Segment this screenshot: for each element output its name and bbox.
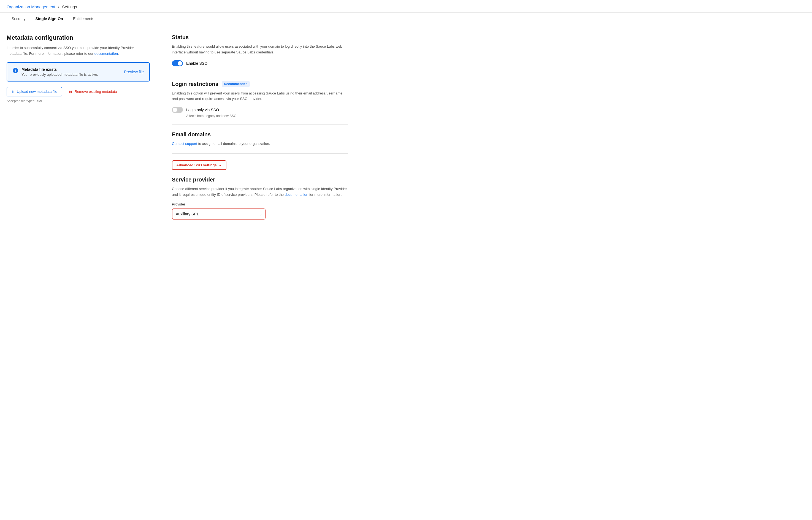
metadata-file-title: Metadata file exists <box>22 67 98 72</box>
left-panel: Metadata configuration In order to succe… <box>7 34 150 219</box>
login-only-sso-slider <box>172 107 183 113</box>
metadata-file-box: i Metadata file exists Your previously u… <box>7 62 150 81</box>
right-panel: Status Enabling this feature would allow… <box>172 34 348 219</box>
divider-1 <box>172 74 348 74</box>
email-domains-title: Email domains <box>172 131 348 138</box>
login-only-sso-row: Login only via SSO Affects both Legacy a… <box>172 107 348 118</box>
email-domains-suffix: to assign email domains to your organiza… <box>198 141 270 146</box>
breadcrumb: Organization Management / Settings <box>0 0 812 13</box>
breadcrumb-current: Settings <box>62 4 77 9</box>
tabs-container: Security Single Sign-On Entitlements <box>0 13 812 25</box>
recommended-badge: Recommended <box>222 81 250 87</box>
service-provider-description: Choose different service provider if you… <box>172 186 348 198</box>
org-management-link[interactable]: Organization Management <box>7 4 55 9</box>
sp-documentation-link[interactable]: documentation <box>285 192 308 197</box>
service-provider-title: Service provider <box>172 177 348 183</box>
metadata-file-subtitle: Your previously uploaded metadata file i… <box>22 73 98 77</box>
enable-sso-label: Enable SSO <box>186 61 207 66</box>
login-restrictions-description: Enabling this option will prevent your u… <box>172 90 348 102</box>
divider-3 <box>172 153 348 154</box>
enable-sso-row: Enable SSO <box>172 60 348 67</box>
action-buttons: ⬆ Upload new metadata file 🗑 Remove exis… <box>7 87 150 96</box>
login-restrictions-header: Login restrictions Recommended <box>172 81 348 87</box>
status-description: Enabling this feature would allow users … <box>172 44 348 55</box>
provider-select-wrapper: Auxiliary SP1 Default SP Auxiliary SP2 ⌄ <box>172 208 265 219</box>
enable-sso-slider <box>172 60 183 67</box>
remove-button-label: Remove existing metadata <box>75 89 117 94</box>
login-only-sso-toggle-row: Login only via SSO <box>172 107 348 113</box>
advanced-sso-chevron-icon: ▲ <box>218 163 222 167</box>
main-content: Metadata configuration In order to succe… <box>0 25 386 228</box>
login-restrictions-section: Login restrictions Recommended Enabling … <box>172 81 348 118</box>
advanced-sso-button[interactable]: Advanced SSO settings ▲ <box>172 160 227 170</box>
metadata-config-desc: In order to successfully connect via SSO… <box>7 45 150 57</box>
enable-sso-toggle[interactable] <box>172 60 183 67</box>
metadata-box-left: i Metadata file exists Your previously u… <box>13 67 98 77</box>
tab-security[interactable]: Security <box>7 13 31 25</box>
divider-2 <box>172 125 348 125</box>
login-only-sso-toggle[interactable] <box>172 107 183 113</box>
breadcrumb-separator: / <box>58 4 59 9</box>
accepted-file-types: Accepted file types: XML <box>7 99 150 103</box>
login-only-sso-note: Affects both Legacy and new SSO <box>186 114 348 118</box>
preview-file-link[interactable]: Preview file <box>124 70 144 74</box>
metadata-config-title: Metadata configuration <box>7 34 150 41</box>
service-provider-section: Service provider Choose different servic… <box>172 177 348 219</box>
status-section: Status Enabling this feature would allow… <box>172 34 348 67</box>
upload-button-label: Upload new metadata file <box>17 89 57 94</box>
upload-icon: ⬆ <box>11 89 15 94</box>
provider-select[interactable]: Auxiliary SP1 Default SP Auxiliary SP2 <box>172 208 265 219</box>
login-only-sso-label: Login only via SSO <box>186 108 219 112</box>
metadata-box-text: Metadata file exists Your previously upl… <box>22 67 98 77</box>
documentation-link[interactable]: documentation <box>95 52 118 56</box>
trash-icon: 🗑 <box>69 89 73 94</box>
email-domains-section: Email domains Contact support to assign … <box>172 131 348 147</box>
info-icon: i <box>13 68 18 73</box>
provider-label: Provider <box>172 202 348 206</box>
tab-entitlements[interactable]: Entitlements <box>68 13 99 25</box>
sp-desc-part2: for more information. <box>309 192 342 197</box>
remove-metadata-button[interactable]: 🗑 Remove existing metadata <box>69 87 117 96</box>
email-domains-description: Contact support to assign email domains … <box>172 141 348 147</box>
status-title: Status <box>172 34 348 41</box>
advanced-sso-label: Advanced SSO settings <box>176 163 217 167</box>
login-restrictions-title: Login restrictions <box>172 81 218 87</box>
tab-sso[interactable]: Single Sign-On <box>31 13 68 25</box>
upload-metadata-button[interactable]: ⬆ Upload new metadata file <box>7 87 62 96</box>
contact-support-link[interactable]: Contact support <box>172 141 197 146</box>
